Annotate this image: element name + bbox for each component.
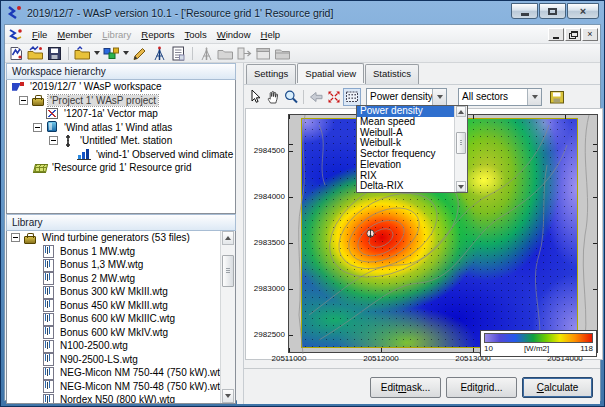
quantity-combo-value: Power density (367, 91, 432, 102)
window-controls: × (511, 3, 599, 19)
tree-item-workspace[interactable]: '2019/12/7 ' WAsP workspace (7, 80, 235, 94)
mdi-restore-icon (571, 31, 578, 37)
save-workspace-icon[interactable] (46, 46, 63, 61)
menu-library[interactable]: Library (97, 27, 136, 42)
tree-item-project[interactable]: 'Project 1' WAsP project (7, 94, 235, 108)
close-icon: × (580, 6, 586, 17)
tree-expander[interactable] (11, 233, 20, 242)
pan-tool-button[interactable] (264, 88, 282, 106)
library-root-item[interactable]: Wind turbine generators (53 files) (7, 231, 220, 245)
open-project-icon[interactable] (74, 46, 91, 61)
add-met-station-icon[interactable] (151, 46, 168, 61)
workspace-panel-header: Workspace hierarchy (6, 63, 236, 80)
zoom-extents-button[interactable] (325, 88, 343, 106)
open-disabled-icon (217, 46, 234, 61)
scroll-up-button[interactable] (222, 231, 234, 245)
tab-statistics[interactable]: Statistics (365, 64, 419, 84)
library-scrollbar[interactable] (220, 231, 235, 403)
close-button[interactable]: × (567, 3, 599, 19)
tree-item-met-station[interactable]: 'Untitled' Met. station (7, 134, 235, 148)
scroll-down-button[interactable] (222, 389, 234, 403)
dropdown-item-mean-speed[interactable]: Mean speed (357, 117, 454, 128)
mdi-restore-button[interactable] (565, 28, 581, 41)
edit-member-icon[interactable] (132, 46, 149, 61)
library-file-item[interactable]: Bonus 1,3 MW.wtg (7, 258, 220, 272)
scrollbar-thumb[interactable] (456, 132, 466, 154)
library-list: Wind turbine generators (53 files) Bonus… (6, 231, 236, 404)
tree-expander[interactable] (49, 136, 58, 145)
workspace-tree: '2019/12/7 ' WAsP workspace 'Project 1' … (6, 80, 236, 214)
library-file-item[interactable]: Bonus 600 kW MkIIIC.wtg (7, 312, 220, 326)
open-workspace-icon[interactable] (27, 46, 44, 61)
y-axis-tick-label: 2982500 (246, 330, 285, 339)
new-workspace-icon[interactable] (8, 46, 25, 61)
tree-expander[interactable] (19, 96, 28, 105)
library-file-item[interactable]: NEG-Micon NM 750-48 (750 kW).wtg (7, 380, 220, 394)
project-icon (31, 94, 45, 106)
library-file-item[interactable]: Bonus 1 MW.wtg (7, 245, 220, 259)
edit-grid-button[interactable]: Edit grid... (446, 377, 517, 398)
quantity-combo-dropdown-button[interactable] (432, 89, 446, 105)
edit-mask-button[interactable]: Edit mask... (370, 377, 441, 398)
scrollbar-thumb[interactable] (222, 255, 234, 287)
dropdown-item-delta-rix[interactable]: Delta-RIX (357, 181, 454, 192)
dropdown-scrollbar[interactable] (454, 106, 467, 192)
library-file-item[interactable]: Bonus 600 kW MkIV.wtg (7, 326, 220, 340)
insert-member-dropdown-icon[interactable] (123, 51, 129, 55)
library-panel-header: Library (6, 214, 236, 231)
open-project-dropdown-icon[interactable] (94, 51, 100, 55)
zoom-tool-button[interactable] (282, 88, 300, 106)
scroll-down-button[interactable] (456, 181, 466, 192)
library-file-item[interactable]: Bonus 450 kW MkIII.wtg (7, 299, 220, 313)
minimize-button[interactable] (511, 3, 538, 19)
library-file-item[interactable]: N100-2500.wtg (7, 339, 220, 353)
library-file-item[interactable]: NEG-Micon NM 750-44 (750 kW).wtg (7, 366, 220, 380)
tree-item-vector-map[interactable]: '1207-1a' Vector map (7, 107, 235, 121)
observed-wind-climate-icon (77, 148, 91, 160)
tree-item-resource-grid[interactable]: 'Resource grid 1' Resource grid (7, 161, 235, 175)
grid-display-toggle-button[interactable] (343, 88, 361, 106)
titlebar: 2019/12/7 - WAsP version 10.1 - ['Resour… (1, 1, 604, 24)
library-file-item[interactable]: N90-2500-LS.wtg (7, 353, 220, 367)
legend-max-value: 118 (580, 344, 593, 353)
menu-help[interactable]: Help (256, 27, 286, 42)
met-station-icon (61, 135, 75, 147)
menu-member[interactable]: Member (52, 27, 97, 42)
maximize-button[interactable] (539, 3, 566, 19)
mdi-close-button[interactable]: × (582, 28, 598, 41)
tree-expander[interactable] (33, 123, 42, 132)
menu-reports[interactable]: Reports (136, 27, 179, 42)
insert-member-icon[interactable] (103, 46, 120, 61)
scroll-up-button[interactable] (456, 106, 466, 117)
menu-tools[interactable]: Tools (180, 27, 212, 42)
wtg-file-icon (41, 367, 55, 379)
wtg-file-icon (41, 272, 55, 284)
menu-window[interactable]: Window (212, 27, 256, 42)
sector-combo[interactable]: All sectors (458, 88, 542, 106)
mdi-minimize-button[interactable] (548, 28, 564, 41)
x-axis-tick-label: 20512000 (355, 354, 407, 363)
library-folder-icon (23, 232, 37, 244)
menu-file[interactable]: File (27, 27, 52, 42)
quantity-combo[interactable]: Power density (366, 88, 447, 106)
mdi-minimize-icon (553, 37, 559, 39)
tree-item-observed-wind-climate[interactable]: 'wind-1' Observed wind climate (7, 148, 235, 162)
color-scale-legend: 10 [W/m2] 118 (480, 330, 597, 357)
select-tool-button[interactable] (246, 88, 264, 106)
report-icon[interactable] (170, 46, 187, 61)
tab-settings[interactable]: Settings (246, 64, 296, 84)
met-station-marker[interactable] (365, 228, 376, 239)
cursor-arrow-icon (247, 89, 263, 105)
back-arrow-icon (308, 89, 324, 105)
workspace-panel-title: Workspace hierarchy (12, 66, 106, 77)
library-file-item[interactable]: Nordex N50 (800 kW).wtg (7, 393, 220, 404)
sector-combo-dropdown-button[interactable] (527, 89, 541, 105)
calculate-button[interactable]: Calculate (522, 377, 593, 398)
y-axis-tick-label: 2983000 (246, 284, 285, 293)
dropdown-item-elevation[interactable]: Elevation (357, 160, 454, 171)
export-grid-icon[interactable] (549, 89, 566, 105)
library-file-item[interactable]: Bonus 2 MW.wtg (7, 272, 220, 286)
tree-item-wind-atlas[interactable]: 'Wind atlas 1' Wind atlas (7, 121, 235, 135)
library-file-item[interactable]: Bonus 300 kW MkIII.wtg (7, 285, 220, 299)
tab-spatial-view[interactable]: Spatial view (297, 63, 364, 83)
